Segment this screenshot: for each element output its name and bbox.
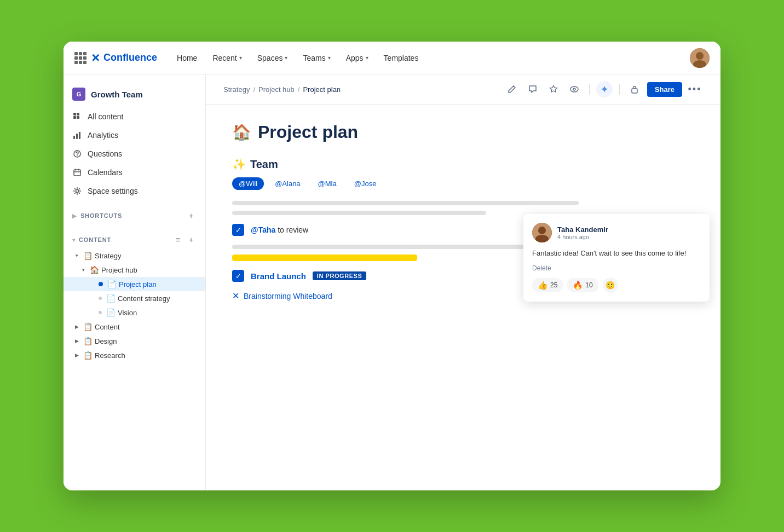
nav-teams[interactable]: Teams ▾ xyxy=(296,50,337,66)
ai-button[interactable]: ✦ xyxy=(596,81,613,97)
sidebar: G Growth Team All content xyxy=(64,74,206,490)
breadcrumb-strategy[interactable]: Strategy xyxy=(223,85,250,94)
dot-icon xyxy=(99,311,102,314)
strategy-toggle[interactable]: ▾ xyxy=(72,251,81,260)
reaction-thumbsup[interactable]: 👍 25 xyxy=(532,278,563,292)
nav-recent[interactable]: Recent ▾ xyxy=(206,50,248,66)
sidebar-item-analytics[interactable]: Analytics xyxy=(64,126,205,144)
reaction-fire[interactable]: 🔥 10 xyxy=(567,278,598,292)
content-header[interactable]: ▾ CONTENT ≡ + xyxy=(64,231,205,248)
calendars-label: Calendars xyxy=(88,168,123,177)
content-strategy-label: Content strategy xyxy=(118,294,201,303)
nav-spaces[interactable]: Spaces ▾ xyxy=(251,50,295,66)
comment-button[interactable] xyxy=(524,81,541,97)
confluence-link-icon: ✕ xyxy=(232,291,239,301)
tree-item-research[interactable]: ▶ 📋 Research xyxy=(64,348,205,362)
sidebar-item-space-settings[interactable]: Space settings xyxy=(64,182,205,200)
svg-rect-4 xyxy=(77,113,79,115)
nav-apps[interactable]: Apps ▾ xyxy=(339,50,375,66)
breadcrumb: Strategy / Project hub / Project plan xyxy=(223,85,341,94)
nav-links: Home Recent ▾ Spaces ▾ Teams ▾ Apps ▾ Te… xyxy=(170,50,690,66)
shortcuts-actions: + xyxy=(186,210,197,221)
content-line-3 xyxy=(232,245,565,249)
space-settings-label: Space settings xyxy=(88,187,138,195)
svg-point-1 xyxy=(696,52,704,60)
toolbar-divider-1 xyxy=(589,84,590,95)
strategy-label: Strategy xyxy=(95,252,201,260)
nav-templates[interactable]: Templates xyxy=(377,50,425,66)
more-button[interactable]: ••• xyxy=(687,81,703,97)
sidebar-item-questions[interactable]: Questions xyxy=(64,144,205,163)
space-icon: G xyxy=(72,88,85,101)
project-hub-toggle[interactable]: ▾ xyxy=(79,265,88,274)
toolbar-divider-2 xyxy=(619,84,620,95)
mention-mia[interactable]: @Mia xyxy=(312,177,343,190)
watch-button[interactable] xyxy=(566,81,583,97)
tree-item-strategy[interactable]: ▾ 📋 Strategy xyxy=(64,248,205,263)
mention-alana[interactable]: @Alana xyxy=(268,177,307,190)
active-dot xyxy=(99,282,103,286)
fire-count: 10 xyxy=(585,281,592,289)
sidebar-item-calendars[interactable]: Calendars xyxy=(64,163,205,182)
task-label: to review xyxy=(278,225,308,234)
content-toggle[interactable]: ▶ xyxy=(72,322,81,331)
task-checkbox[interactable]: ✓ xyxy=(232,224,244,236)
avatar[interactable] xyxy=(690,48,710,68)
project-plan-icon: 📄 xyxy=(107,280,117,288)
confluence-wordmark: Confluence xyxy=(103,52,157,63)
page-content: 🏠 Project plan ✨ Team @Will @Alana @Mia … xyxy=(206,105,720,490)
questions-label: Questions xyxy=(88,149,122,158)
add-shortcut-button[interactable]: + xyxy=(186,210,197,221)
tree-item-project-plan[interactable]: 📄 Project plan xyxy=(64,277,205,291)
grid-icon[interactable] xyxy=(74,52,87,64)
questions-icon xyxy=(72,149,82,159)
all-content-label: All content xyxy=(88,112,123,121)
edit-button[interactable] xyxy=(504,81,520,97)
breadcrumb-sep-1: / xyxy=(253,85,255,94)
star-button[interactable] xyxy=(545,81,562,97)
tree-item-content-strategy[interactable]: 📄 Content strategy xyxy=(64,291,205,305)
svg-rect-8 xyxy=(76,134,78,139)
team-heading-icon: ✨ xyxy=(232,158,246,171)
add-content-button[interactable]: + xyxy=(186,234,197,245)
content-section: ▾ CONTENT ≡ + ▾ 📋 Strategy ▾ 🏠 xyxy=(64,231,205,362)
teams-caret: ▾ xyxy=(328,55,331,61)
design-toggle[interactable]: ▶ xyxy=(72,337,81,345)
confluence-x-icon: ✕ xyxy=(91,51,100,65)
research-toggle[interactable]: ▶ xyxy=(72,351,81,360)
filter-content-button[interactable]: ≡ xyxy=(172,234,183,245)
shortcuts-label: ▶ SHORTCUTS xyxy=(72,212,122,219)
page-title: 🏠 Project plan xyxy=(232,122,694,142)
tree-item-project-hub[interactable]: ▾ 🏠 Project hub xyxy=(64,263,205,277)
task-mention[interactable]: @Taha xyxy=(251,225,275,234)
tree-item-vision[interactable]: 📄 Vision xyxy=(64,305,205,320)
app-window: ✕ Confluence Home Recent ▾ Spaces ▾ Team… xyxy=(64,42,720,490)
breadcrumb-project-hub[interactable]: Project hub xyxy=(258,85,295,94)
tree-item-design[interactable]: ▶ 📋 Design xyxy=(64,334,205,348)
content-actions: ≡ + xyxy=(172,234,197,245)
brand-launch-link[interactable]: Brand Launch xyxy=(251,271,306,281)
breadcrumb-sep-2: / xyxy=(298,85,300,94)
confluence-logo[interactable]: ✕ Confluence xyxy=(91,51,157,65)
mention-will[interactable]: @Will xyxy=(232,177,264,190)
team-heading-label: Team xyxy=(250,158,278,171)
mention-jose[interactable]: @Jose xyxy=(348,177,383,190)
delete-button[interactable]: Delete xyxy=(532,264,701,272)
status-checkbox[interactable]: ✓ xyxy=(232,270,244,282)
space-title[interactable]: G Growth Team xyxy=(64,83,205,107)
comment-author-info: Taha Kandemir 4 hours ago xyxy=(557,225,701,240)
page-toolbar: ✦ Share ••• xyxy=(504,81,703,97)
comment-header: Taha Kandemir 4 hours ago xyxy=(532,223,701,242)
sidebar-item-all-content[interactable]: All content xyxy=(64,107,205,126)
research-label: Research xyxy=(95,351,201,360)
add-reaction-button[interactable]: 🙂 xyxy=(603,277,618,293)
lock-button[interactable] xyxy=(626,81,643,97)
content-line-1 xyxy=(232,201,579,205)
space-name: Growth Team xyxy=(91,90,143,99)
nav-home[interactable]: Home xyxy=(170,50,204,66)
shortcuts-header[interactable]: ▶ SHORTCUTS + xyxy=(64,207,205,224)
comment-reactions: 👍 25 🔥 10 🙂 xyxy=(532,277,701,293)
tree-item-content[interactable]: ▶ 📋 Content xyxy=(64,320,205,334)
share-button[interactable]: Share xyxy=(647,82,682,97)
logo-area[interactable]: ✕ Confluence xyxy=(74,51,157,65)
